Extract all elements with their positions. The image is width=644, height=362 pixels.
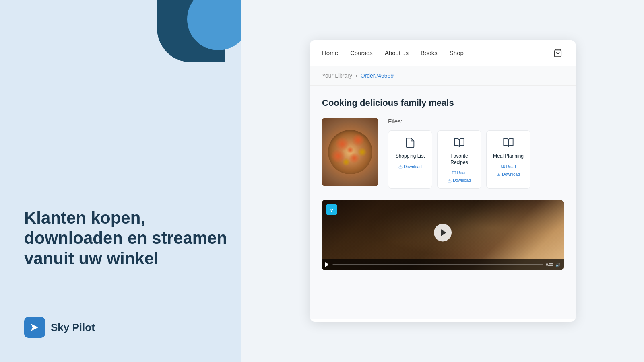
files-grid: Shopping List Download: [388, 130, 564, 189]
right-panel: Home Courses About us Books Shop Your Li…: [242, 0, 644, 362]
read-favorite-recipes-btn[interactable]: Read: [443, 170, 475, 176]
skypilot-name: Sky Pilot: [51, 321, 95, 334]
skypilot-logo: Sky Pilot: [24, 317, 242, 338]
cart-icon[interactable]: [552, 47, 564, 59]
video-play-small-icon[interactable]: [325, 262, 330, 267]
product-section: Files: Shopping List: [322, 118, 564, 189]
pizza-image: [322, 118, 378, 186]
headline: Klanten kopen, downloaden en streamen va…: [24, 208, 242, 269]
download-meal-planning-btn[interactable]: Download: [492, 171, 524, 177]
decorative-circles: [157, 0, 242, 62]
pizza-toppings: [330, 132, 370, 172]
volume-icon[interactable]: 🔊: [555, 263, 560, 267]
browser-window: Home Courses About us Books Shop Your Li…: [310, 40, 576, 322]
file-name-shopping-list: Shopping List: [396, 153, 425, 160]
vimeo-badge: v: [326, 204, 337, 215]
video-time: 0:00: [546, 263, 553, 267]
file-card-shopping-list: Shopping List Download: [388, 130, 432, 189]
video-progress-bar[interactable]: [332, 264, 543, 265]
play-button[interactable]: [434, 224, 452, 241]
file-card-meal-planning: Meal Planning Read Download: [486, 130, 530, 189]
file-name-favorite-recipes: Favorite Recipes: [443, 153, 475, 166]
file-icon-meal-planning: [503, 137, 514, 150]
breadcrumb: Your Library ‹ Order#46569: [310, 66, 576, 86]
video-controls: 0:00 🔊: [322, 259, 564, 270]
file-name-meal-planning: Meal Planning: [493, 153, 524, 160]
nav-about[interactable]: About us: [385, 48, 409, 58]
product-image: [322, 118, 378, 186]
download-shopping-list-btn[interactable]: Download: [394, 164, 426, 170]
breadcrumb-order[interactable]: Order#46569: [361, 72, 394, 79]
file-actions-meal-planning: Read Download: [492, 164, 524, 177]
nav-courses[interactable]: Courses: [350, 48, 373, 58]
product-title: Cooking delicious family meals: [322, 98, 564, 108]
file-icon-favorite-recipes: [454, 137, 465, 150]
file-actions-favorite-recipes: Read Download: [443, 170, 475, 183]
main-content: Cooking delicious family meals Files:: [310, 86, 576, 319]
download-favorite-recipes-btn[interactable]: Download: [443, 177, 475, 183]
nav-shop[interactable]: Shop: [450, 48, 464, 58]
skypilot-svg-icon: [29, 321, 41, 333]
breadcrumb-chevron: ‹: [355, 72, 357, 79]
breadcrumb-library[interactable]: Your Library: [322, 72, 352, 79]
files-label: Files:: [388, 118, 564, 125]
read-meal-planning-btn[interactable]: Read: [492, 164, 524, 170]
nav-bar: Home Courses About us Books Shop: [310, 40, 576, 66]
files-section: Files: Shopping List: [388, 118, 564, 189]
nav-home[interactable]: Home: [322, 48, 338, 58]
nav-books[interactable]: Books: [421, 48, 438, 58]
file-icon-shopping-list: [405, 137, 416, 150]
svg-marker-0: [31, 324, 38, 331]
file-card-favorite-recipes: Favorite Recipes Read Download: [437, 130, 481, 189]
file-actions-shopping-list: Download: [394, 164, 426, 170]
left-panel: Klanten kopen, downloaden en streamen va…: [0, 0, 242, 362]
skypilot-icon: [24, 317, 45, 338]
video-section: v 0:00 🔊: [322, 200, 564, 270]
